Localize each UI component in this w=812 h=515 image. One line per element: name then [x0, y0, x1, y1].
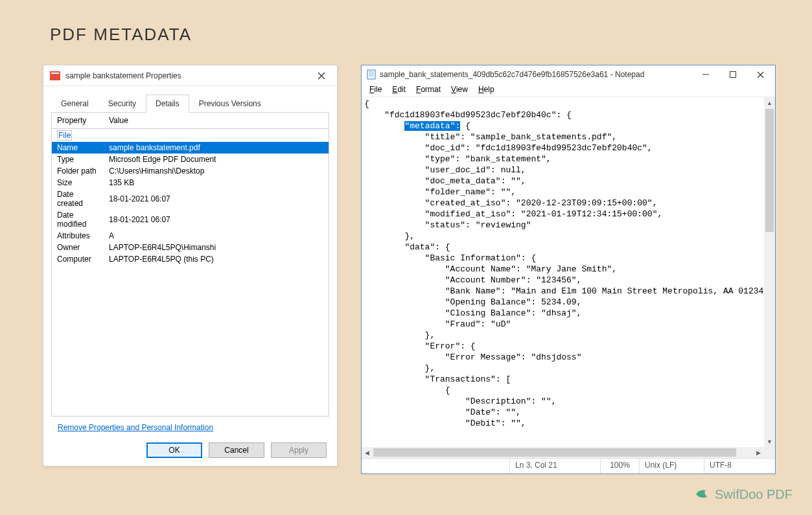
notepad-textarea[interactable]: { "fdc1d18903fe4bd99523dc7ebf20b40c": { … — [362, 97, 775, 430]
table-row[interactable]: Namesample bankstatement.pdf — [52, 142, 329, 154]
close-button[interactable] — [310, 67, 333, 85]
tab-general[interactable]: General — [51, 95, 99, 113]
scroll-up-icon[interactable]: ▲ — [764, 97, 775, 108]
table-row[interactable]: ComputerLAPTOP-E6R4L5PQ (this PC) — [52, 253, 329, 265]
value-cell: A — [104, 230, 329, 242]
horizontal-scrollbar[interactable]: ◀ ▶ — [362, 447, 775, 458]
notepad-title: sample_bank_statements_409db5c62c7d476e9… — [380, 70, 692, 79]
titlebar: sample bankstatement Properties — [43, 65, 337, 86]
cancel-button[interactable]: Cancel — [209, 442, 264, 458]
menu-format[interactable]: Format — [411, 84, 446, 97]
scroll-right-icon[interactable]: ▶ — [753, 447, 764, 458]
notepad-icon — [367, 69, 376, 80]
property-cell: Computer — [52, 253, 104, 265]
table-row[interactable]: Date created18-01-2021 06:07 — [52, 189, 329, 209]
table-row[interactable]: AttributesA — [52, 230, 329, 242]
close-icon — [757, 71, 764, 78]
menu-file[interactable]: File — [364, 84, 387, 97]
menu-help[interactable]: Help — [473, 84, 500, 97]
window-title: sample bankstatement Properties — [65, 71, 310, 80]
property-cell: Type — [52, 154, 104, 165]
value-cell: LAPTOP-E6R4L5PQ\Himanshi — [104, 242, 329, 253]
vertical-scrollbar[interactable]: ▲ ▼ — [764, 97, 775, 447]
page-title: PDF METADATA — [50, 25, 192, 45]
property-cell: Size — [52, 177, 104, 189]
properties-dialog: sample bankstatement Properties GeneralS… — [43, 65, 338, 466]
tab-details[interactable]: Details — [146, 95, 189, 113]
minimize-icon — [702, 71, 709, 78]
column-value[interactable]: Value — [104, 113, 329, 129]
value-cell: C:\Users\Himanshi\Desktop — [104, 165, 329, 177]
tabs: GeneralSecurityDetailsPrevious Versions — [43, 86, 337, 112]
tab-previous-versions[interactable]: Previous Versions — [189, 95, 271, 113]
maximize-icon — [730, 71, 736, 78]
maximize-button[interactable] — [719, 66, 747, 83]
close-icon — [318, 72, 325, 80]
property-cell: Owner — [52, 242, 104, 253]
scroll-down-icon[interactable]: ▼ — [764, 436, 775, 447]
property-cell: Attributes — [52, 230, 104, 242]
notepad-window: sample_bank_statements_409db5c62c7d476e9… — [361, 65, 776, 474]
apply-button[interactable]: Apply — [271, 442, 327, 458]
close-button[interactable] — [747, 66, 774, 83]
table-row[interactable]: Size135 KB — [52, 177, 329, 189]
property-cell: Date modified — [52, 209, 104, 230]
table-row[interactable]: TypeMicrosoft Edge PDF Document — [52, 154, 329, 165]
menu-edit[interactable]: Edit — [387, 84, 411, 97]
property-cell: Folder path — [52, 165, 104, 177]
details-table: Property Value File Namesample bankstate… — [52, 113, 329, 265]
column-property[interactable]: Property — [52, 113, 104, 129]
value-cell: 18-01-2021 06:07 — [104, 189, 329, 209]
value-cell: 18-01-2021 06:07 — [104, 209, 329, 230]
remove-properties-link[interactable]: Remove Properties and Personal Informati… — [58, 423, 323, 432]
value-cell: sample bankstatement.pdf — [104, 142, 329, 154]
value-cell: LAPTOP-E6R4L5PQ (this PC) — [104, 253, 329, 265]
status-spacer — [362, 459, 509, 474]
status-line-ending: Unix (LF) — [639, 459, 704, 474]
svg-rect-0 — [367, 70, 375, 79]
property-cell: Date created — [52, 189, 104, 209]
notepad-statusbar: Ln 3, Col 21 100% Unix (LF) UTF-8 — [362, 458, 775, 474]
notepad-content[interactable]: { "fdc1d18903fe4bd99523dc7ebf20b40c": { … — [362, 97, 775, 458]
value-cell: 135 KB — [104, 177, 329, 189]
status-zoom: 100% — [600, 459, 639, 474]
brand-logo: SwifDoo PDF — [694, 486, 793, 502]
details-panel: Property Value File Namesample bankstate… — [51, 112, 329, 417]
table-row[interactable]: OwnerLAPTOP-E6R4L5PQ\Himanshi — [52, 242, 329, 253]
notepad-menu: FileEditFormatViewHelp — [362, 84, 775, 97]
svg-rect-5 — [730, 72, 736, 78]
value-cell: Microsoft Edge PDF Document — [104, 154, 329, 165]
ok-button[interactable]: OK — [146, 442, 202, 458]
tab-security[interactable]: Security — [99, 95, 146, 113]
property-cell: Name — [52, 142, 104, 154]
table-row[interactable]: Date modified18-01-2021 06:07 — [52, 209, 329, 230]
status-encoding: UTF-8 — [704, 459, 775, 474]
status-position: Ln 3, Col 21 — [509, 459, 600, 474]
group-file[interactable]: File — [52, 129, 329, 143]
scroll-left-icon[interactable]: ◀ — [362, 447, 373, 458]
table-row[interactable]: Folder pathC:\Users\Himanshi\Desktop — [52, 165, 329, 177]
pdf-file-icon — [50, 71, 60, 80]
bird-icon — [694, 486, 710, 502]
notepad-titlebar: sample_bank_statements_409db5c62c7d476e9… — [362, 65, 775, 84]
minimize-button[interactable] — [692, 66, 719, 83]
brand-text: SwifDoo PDF — [715, 487, 793, 502]
menu-view[interactable]: View — [446, 84, 473, 97]
dialog-buttons: OK Cancel Apply — [43, 439, 337, 466]
